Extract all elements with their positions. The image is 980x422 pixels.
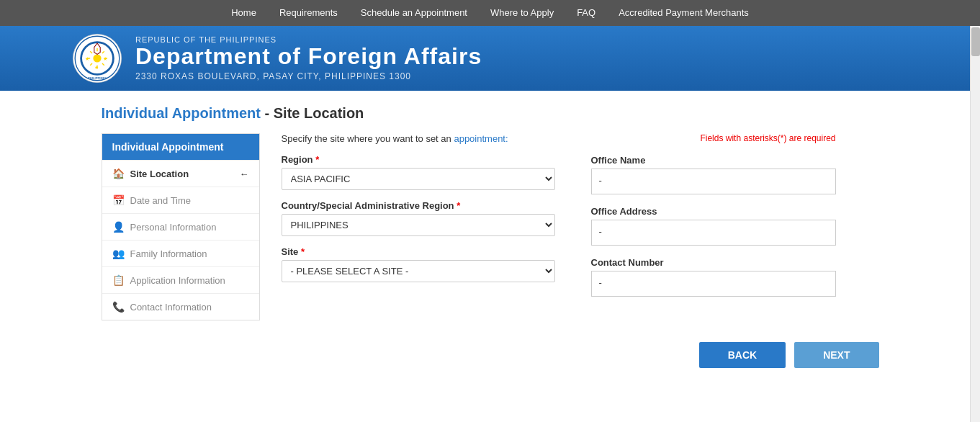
- svg-text:★: ★: [85, 56, 89, 61]
- header-title: Department of Foreign Affairs: [135, 44, 482, 69]
- back-button[interactable]: BACK: [699, 342, 786, 368]
- site-select[interactable]: - PLEASE SELECT A SITE -: [282, 260, 555, 282]
- sidebar-label-site-location: Site Location: [130, 169, 189, 179]
- next-button[interactable]: NEXT: [794, 342, 878, 368]
- country-group: Country/Special Administrative Region * …: [282, 200, 555, 236]
- site-required: *: [301, 246, 305, 257]
- family-icon: 👥: [112, 248, 125, 259]
- page-title-blue: Individual Appointment: [102, 105, 261, 121]
- scrollbar-track[interactable]: [970, 26, 980, 397]
- svg-text:★: ★: [103, 56, 107, 61]
- calendar-icon: 📅: [112, 194, 125, 206]
- contact-number-field: Contact Number -: [591, 257, 836, 297]
- sidebar: Individual Appointment 🏠 Site Location ←…: [102, 133, 260, 320]
- dfa-seal: ★ ★ ★ PHILIPPINES: [72, 33, 122, 84]
- arrow-icon: ←: [240, 169, 249, 179]
- sidebar-label-application-info: Application Information: [130, 275, 225, 286]
- region-required: *: [315, 154, 319, 165]
- nav-payment[interactable]: Accredited Payment Merchants: [607, 0, 760, 26]
- contact-number-value: -: [591, 271, 836, 297]
- office-address-label: Office Address: [591, 206, 836, 217]
- nav-where-to-apply[interactable]: Where to Apply: [479, 0, 565, 26]
- button-row: BACK NEXT: [102, 342, 879, 368]
- phone-icon: 📞: [112, 301, 125, 313]
- office-name-label: Office Name: [591, 155, 836, 166]
- required-note: Fields with asterisks(*) are required: [591, 133, 836, 143]
- sidebar-label-personal-info: Personal Information: [130, 222, 217, 233]
- application-icon: 📋: [112, 274, 125, 286]
- nav-home[interactable]: Home: [220, 0, 268, 26]
- sidebar-header: Individual Appointment: [102, 134, 259, 160]
- country-select[interactable]: PHILIPPINES JAPAN USA AUSTRALIA: [282, 214, 555, 236]
- office-name-value: -: [591, 169, 836, 194]
- sidebar-label-date-time: Date and Time: [130, 195, 192, 206]
- form-instruction: Specify the site where you want to set a…: [282, 133, 555, 144]
- svg-text:PHILIPPINES: PHILIPPINES: [88, 76, 107, 80]
- sidebar-item-site-location[interactable]: 🏠 Site Location ←: [102, 160, 259, 187]
- instruction-blue: appointment:: [454, 133, 508, 144]
- main-layout: Individual Appointment 🏠 Site Location ←…: [102, 133, 879, 320]
- region-label: Region *: [282, 154, 555, 165]
- country-required: *: [457, 200, 460, 211]
- page-content: Individual Appointment - Site Location I…: [58, 91, 922, 397]
- nav-schedule[interactable]: Schedule an Appointment: [349, 0, 479, 26]
- office-name-field: Office Name -: [591, 155, 836, 194]
- page-title: Individual Appointment - Site Location: [102, 105, 879, 122]
- office-address-field: Office Address -: [591, 206, 836, 246]
- person-icon: 👤: [112, 221, 125, 233]
- form-area: Specify the site where you want to set a…: [282, 133, 555, 292]
- header-address: 2330 Roxas Boulevard, Pasay City, Philip…: [135, 71, 482, 81]
- svg-point-4: [93, 54, 101, 62]
- home-icon: 🏠: [112, 168, 125, 179]
- sidebar-label-family-info: Family Information: [130, 248, 207, 259]
- scrollbar-thumb[interactable]: [971, 27, 980, 56]
- sidebar-item-date-time[interactable]: 📅 Date and Time: [102, 187, 259, 213]
- header-text-block: Republic of the Philippines Department o…: [135, 35, 482, 81]
- sidebar-item-contact-info[interactable]: 📞 Contact Information: [102, 293, 259, 320]
- contact-number-label: Contact Number: [591, 257, 836, 268]
- site-label: Site *: [282, 246, 555, 257]
- office-address-value: -: [591, 220, 836, 246]
- sidebar-label-contact-info: Contact Information: [130, 302, 212, 313]
- sidebar-item-personal-info[interactable]: 👤 Personal Information: [102, 213, 259, 240]
- nav-faq[interactable]: FAQ: [565, 0, 607, 26]
- navbar: Home Requirements Schedule an Appointmen…: [0, 0, 980, 26]
- country-label: Country/Special Administrative Region *: [282, 200, 555, 211]
- svg-text:★: ★: [94, 65, 99, 70]
- header-subtitle: Republic of the Philippines: [135, 35, 482, 44]
- region-group: Region * ASIA PACIFIC NCR LUZON VISAYAS …: [282, 154, 555, 190]
- page-header: ★ ★ ★ PHILIPPINES Republic of the Philip…: [0, 26, 980, 91]
- page-title-plain: Site Location: [274, 105, 364, 121]
- right-panel: Fields with asterisks(*) are required Of…: [577, 133, 836, 308]
- page-title-separator: -: [261, 105, 274, 121]
- nav-requirements[interactable]: Requirements: [268, 0, 349, 26]
- sidebar-item-application-info[interactable]: 📋 Application Information: [102, 266, 259, 293]
- site-group: Site * - PLEASE SELECT A SITE -: [282, 246, 555, 282]
- sidebar-item-family-info[interactable]: 👥 Family Information: [102, 240, 259, 266]
- region-select[interactable]: ASIA PACIFIC NCR LUZON VISAYAS MINDANAO: [282, 168, 555, 190]
